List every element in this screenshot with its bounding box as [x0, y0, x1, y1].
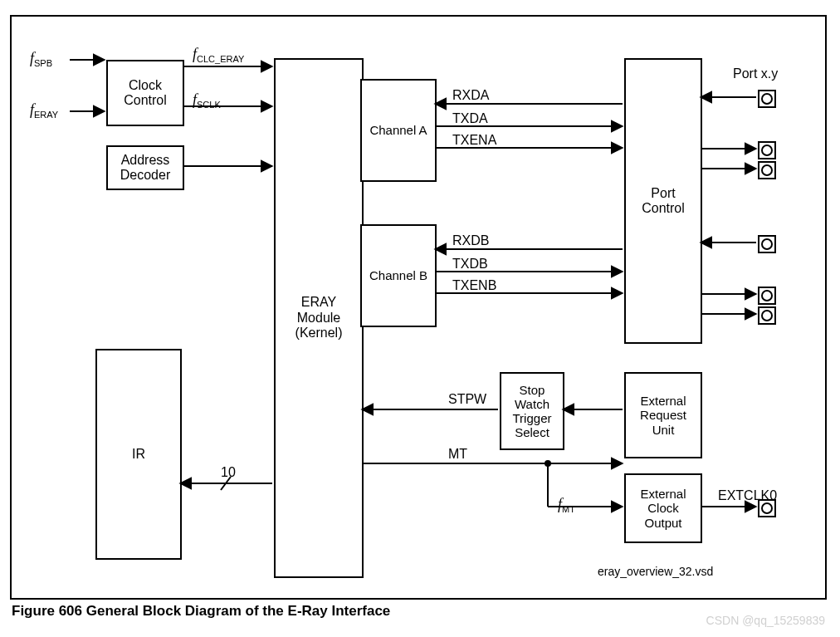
wiring-svg: [0, 0, 840, 637]
diagram-canvas: ClockControl AddressDecoder ERAYModule(K…: [0, 0, 840, 637]
watermark: CSDN @qq_15259839: [706, 614, 825, 627]
figure-caption: Figure 606 General Block Diagram of the …: [12, 603, 390, 620]
